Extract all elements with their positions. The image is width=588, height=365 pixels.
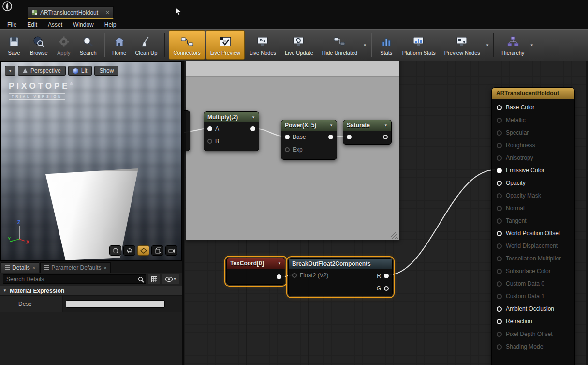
node-saturate-header[interactable]: Saturate ▼ [343, 120, 391, 131]
show-button[interactable]: Show [94, 66, 118, 76]
menu-asset[interactable]: Asset [43, 21, 68, 28]
menu-edit[interactable]: Edit [22, 21, 43, 28]
pin-base-icon[interactable] [285, 135, 290, 139]
node-saturate[interactable]: Saturate ▼ [343, 120, 392, 145]
pin-circle-icon[interactable] [497, 319, 502, 324]
comment-resize-grip[interactable] [391, 232, 398, 239]
pin-circle-icon[interactable] [497, 243, 502, 249]
pin-circle-icon[interactable] [497, 344, 502, 350]
result-pin-roughness[interactable]: Roughness [492, 139, 574, 152]
pin-circle-icon[interactable] [497, 218, 502, 224]
result-pin-custom-data-1[interactable]: Custom Data 1 [492, 290, 574, 303]
pin-circle-icon[interactable] [497, 206, 502, 211]
chevron-down-icon[interactable]: ▼ [278, 261, 281, 266]
tab-parameter-defaults[interactable]: Parameter Defaults × [40, 262, 111, 273]
expand-triangle-icon[interactable]: ▼ [3, 289, 7, 293]
material-expression-section-header[interactable]: ▼ Material Expression [0, 286, 182, 296]
result-pin-ambient-occlusion[interactable]: Ambient Occlusion [492, 303, 574, 315]
result-pin-anisotropy[interactable]: Anisotropy [492, 152, 574, 164]
save-button[interactable]: Save [3, 30, 25, 60]
result-pin-world-displacement[interactable]: World Displacement [492, 240, 574, 252]
texcoord-output-pin-icon[interactable] [277, 274, 281, 279]
shape-cylinder-button[interactable] [109, 245, 121, 256]
result-pin-world-position-offset[interactable]: World Position Offset [492, 227, 574, 240]
result-pin-shading-model[interactable]: Shading Model [492, 340, 574, 353]
home-button[interactable]: Home [108, 30, 131, 60]
menu-window[interactable]: Window [68, 21, 99, 28]
comment-box-header[interactable] [186, 61, 399, 77]
pin-circle-icon[interactable] [497, 143, 502, 148]
browse-button[interactable]: Browse [26, 30, 52, 60]
live-nodes-button[interactable]: Live Nodes [246, 30, 280, 60]
pin-circle-icon[interactable] [497, 105, 502, 110]
search-button[interactable]: Search [76, 30, 101, 60]
node-texcoord-header[interactable]: TexCoord[0] ▼ [227, 258, 285, 269]
pin-exp-icon[interactable] [285, 147, 290, 152]
result-pin-base-color[interactable]: Base Color [492, 101, 574, 114]
node-multiply-header[interactable]: Multiply(,2) ▼ [204, 112, 259, 122]
pin-circle-icon[interactable] [497, 193, 502, 198]
material-graph-canvas[interactable]: Multiply(,2) ▼ A B Power(X, 5) ▼ Base Ex… [184, 61, 586, 365]
pin-circle-icon[interactable] [497, 256, 502, 261]
connectors-button[interactable]: Connectors [169, 30, 205, 60]
multiply-output-pin-icon[interactable] [250, 126, 255, 131]
menu-file[interactable]: File [2, 21, 22, 28]
lit-button[interactable]: Lit [68, 66, 92, 76]
pin-r-icon[interactable] [384, 274, 389, 278]
node-breakout-float2[interactable]: BreakOutFloat2Components Float2 (V2) R G [288, 258, 393, 296]
pin-circle-icon[interactable] [497, 155, 502, 161]
node-result-artranslucentholdout[interactable]: ARTranslucentHoldout Base ColorMetallicS… [491, 87, 575, 365]
property-matrix-button[interactable] [148, 274, 160, 284]
pin-a-icon[interactable] [207, 126, 212, 131]
result-pin-tangent[interactable]: Tangent [492, 214, 574, 227]
pin-circle-icon[interactable] [497, 281, 502, 287]
node-breakout-header[interactable]: BreakOutFloat2Components [289, 259, 392, 269]
shape-cube-button[interactable] [151, 245, 163, 256]
chevron-down-icon[interactable]: ▼ [251, 115, 255, 120]
result-pin-custom-data-0[interactable]: Custom Data 0 [492, 277, 574, 290]
saturate-input-pin-icon[interactable] [347, 135, 352, 139]
preview-nodes-dropdown-icon[interactable]: ▾ [485, 43, 490, 47]
result-pin-opacity[interactable]: Opacity [492, 177, 574, 189]
details-tab-close-icon[interactable]: × [32, 265, 35, 271]
apply-button[interactable]: Apply [53, 30, 75, 60]
pin-circle-icon[interactable] [497, 130, 502, 136]
result-pin-pixel-depth-offset[interactable]: Pixel Depth Offset [492, 328, 574, 340]
chevron-down-icon[interactable]: ▼ [329, 123, 333, 128]
tab-details[interactable]: Details × [1, 262, 39, 273]
power-output-pin-icon[interactable] [328, 135, 333, 139]
preview-viewport[interactable]: ▾ Perspective Lit Show PIXOTOPE® TRIAL V… [0, 61, 182, 261]
node-power-header[interactable]: Power(X, 5) ▼ [281, 120, 337, 131]
node-multiply[interactable]: Multiply(,2) ▼ A B [204, 111, 259, 151]
preview-nodes-button[interactable]: Preview Nodes [441, 30, 484, 60]
pin-circle-icon[interactable] [497, 118, 502, 123]
live-update-button[interactable]: Live Update [281, 30, 317, 60]
pin-circle-icon[interactable] [497, 181, 502, 186]
node-power[interactable]: Power(X, 5) ▼ Base Exp [281, 120, 337, 160]
pin-circle-icon[interactable] [497, 168, 502, 173]
pin-circle-icon[interactable] [497, 294, 502, 299]
hide-unrelated-button[interactable]: Hide Unrelated [318, 30, 361, 60]
selected-mesh-button[interactable] [165, 245, 177, 256]
pin-b-icon[interactable] [207, 139, 212, 144]
result-pin-subsurface-color[interactable]: Subsurface Color [492, 265, 574, 277]
search-details-input[interactable] [3, 274, 146, 284]
viewport-options-dropdown[interactable]: ▾ [5, 66, 15, 76]
float2-input-pin-icon[interactable] [292, 273, 297, 278]
node-clipped-left[interactable] [184, 110, 190, 151]
result-pin-emissive-color[interactable]: Emissive Color [492, 164, 574, 177]
stats-button[interactable]: Stats [375, 30, 397, 60]
hide-unrelated-dropdown-icon[interactable]: ▾ [362, 43, 368, 47]
clean-up-button[interactable]: Clean Up [132, 30, 162, 60]
tab-close-icon[interactable]: × [104, 9, 109, 16]
pin-circle-icon[interactable] [497, 306, 502, 312]
hierarchy-dropdown-icon[interactable]: ▾ [529, 43, 534, 47]
shape-sphere-button[interactable] [123, 245, 135, 256]
node-texcoord[interactable]: TexCoord[0] ▼ [226, 258, 285, 285]
pin-circle-icon[interactable] [497, 269, 502, 274]
result-pin-opacity-mask[interactable]: Opacity Mask [492, 189, 574, 202]
hierarchy-button[interactable]: Hierarchy [498, 30, 528, 60]
result-pin-normal[interactable]: Normal [492, 202, 574, 214]
result-pin-metallic[interactable]: Metallic [492, 114, 574, 126]
parameter-defaults-close-icon[interactable]: × [104, 265, 107, 271]
